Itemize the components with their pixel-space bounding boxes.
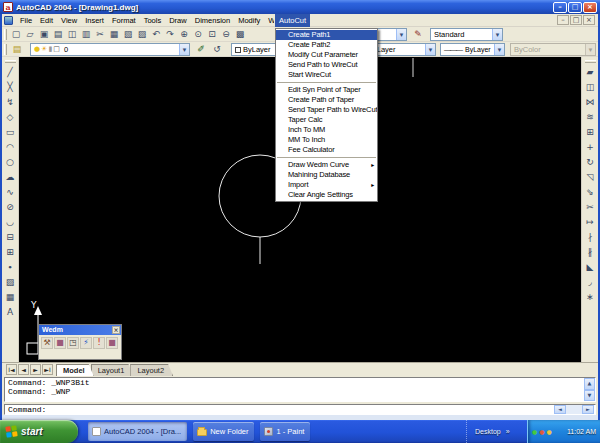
layer-properties-button[interactable]: ▤ [10, 42, 24, 56]
menu-item-send-path-to-wirecut[interactable]: Send Path to WireCut [276, 60, 377, 70]
menu-item-start-wirecut[interactable]: Start WireCut [276, 70, 377, 80]
chamfer-button[interactable]: ◣ [583, 260, 598, 275]
stretch-button[interactable]: ⇘ [583, 185, 598, 200]
plot-button[interactable]: ▤ [51, 28, 65, 42]
menu-item-mm-to-inch[interactable]: MM To Inch [276, 135, 377, 145]
polyline-button[interactable]: ↯ [3, 95, 18, 110]
zoom-realtime-button[interactable]: ⊙ [191, 28, 205, 42]
layer-combo[interactable]: ●☀▮□ 0 ▼ [30, 43, 190, 56]
menubar-item[interactable]: Dimension [191, 14, 234, 27]
menubar-item[interactable]: Format [108, 14, 140, 27]
hatch-button[interactable]: ▨ [3, 275, 18, 290]
erase-button[interactable]: ▰ [583, 65, 598, 80]
menu-item-fee-calculator[interactable]: Fee Calculator [276, 145, 377, 155]
tab-nav-button[interactable]: I◄ [6, 364, 17, 375]
arc-button[interactable]: ◠ [3, 140, 18, 155]
scroll-right-icon[interactable]: ► [582, 405, 594, 414]
wedm-palette-titlebar[interactable]: Wedm × [39, 325, 121, 335]
publish-button[interactable]: ▥ [79, 28, 93, 42]
region-button[interactable]: ▦ [3, 290, 18, 305]
command-history[interactable]: Command: _WNP3BitCommand: _WNP ▲ ▼ [4, 377, 596, 402]
taskbar-button-paint[interactable]: 1 - Paint [260, 422, 310, 441]
zoom-previous-button[interactable]: ⊖ [219, 28, 233, 42]
array-button[interactable]: ⊞ [583, 125, 598, 140]
rectangle-button[interactable]: ▭ [3, 125, 18, 140]
desktop-toolbar[interactable]: Desktop » [466, 420, 510, 443]
wedm-button-4[interactable]: ⚡ [80, 337, 92, 349]
menu-item-inch-to-mm[interactable]: Inch To MM [276, 125, 377, 135]
fillet-button[interactable]: ◞ [583, 275, 598, 290]
menu-item-send-taper-path-to-wirecut[interactable]: Send Taper Path to WireCut [276, 105, 377, 115]
taskbar-button-autocad[interactable]: AutoCAD 2004 - [Dra... [88, 422, 187, 441]
command-scrollbar[interactable]: ▲ ▼ [584, 378, 595, 401]
menubar-item[interactable]: View [57, 14, 81, 27]
scroll-up-icon[interactable]: ▲ [584, 378, 595, 390]
toolbar-grip[interactable] [5, 60, 16, 63]
menu-item-create-path2[interactable]: Create Path2 [276, 40, 377, 50]
tab-model[interactable]: Model [56, 364, 94, 376]
plot-preview-button[interactable]: ◫ [65, 28, 79, 42]
menubar-item[interactable]: File [16, 14, 36, 27]
menu-item-import[interactable]: Import ▸ [276, 180, 377, 190]
extend-button[interactable]: ↦ [583, 215, 598, 230]
menu-item-draw-wedm-curve[interactable]: Draw Wedm Curve ▸ [276, 160, 377, 170]
tab-nav-button[interactable]: ► [30, 364, 41, 375]
construction-line-button[interactable]: ╳ [3, 80, 18, 95]
polygon-button[interactable]: ◇ [3, 110, 18, 125]
restore-button[interactable]: □ [568, 2, 582, 13]
wedm-button-1[interactable]: ⚒ [41, 337, 53, 349]
menubar-item[interactable]: Tools [140, 14, 166, 27]
match-properties-button[interactable]: ▨ [135, 28, 149, 42]
mtext-button[interactable]: A [3, 305, 18, 320]
offset-button[interactable]: ≋ [583, 110, 598, 125]
layer-translate-button[interactable]: ✎ [411, 27, 425, 41]
open-button[interactable]: ▱ [23, 28, 37, 42]
copy-button[interactable]: ▦ [107, 28, 121, 42]
menu-item-create-path-of-taper[interactable]: Create Path of Taper [276, 95, 377, 105]
start-button[interactable]: start [0, 420, 78, 443]
trim-button[interactable]: ✂ [583, 200, 598, 215]
paste-button[interactable]: ▧ [121, 28, 135, 42]
break-at-point-button[interactable]: ∤ [583, 230, 598, 245]
rotate-button[interactable]: ↻ [583, 155, 598, 170]
wedm-close-button[interactable]: × [112, 326, 120, 334]
new-button[interactable]: ▢ [9, 28, 23, 42]
tab-layout2[interactable]: Layout2 [130, 364, 173, 376]
child-close-button[interactable]: × [583, 15, 595, 25]
menu-item-mahining-database[interactable]: Mahining Database [276, 170, 377, 180]
line-button[interactable]: ╱ [3, 65, 18, 80]
toolbar-grip[interactable] [4, 29, 7, 40]
menubar-item-autocut[interactable]: AutoCut [275, 14, 310, 27]
wedm-button-5[interactable]: ! [93, 337, 105, 349]
mirror-button[interactable]: ⋈ [583, 95, 598, 110]
menubar-item[interactable]: Draw [165, 14, 191, 27]
tray-icon-2[interactable]: ● [539, 429, 544, 435]
move-button[interactable]: + [583, 140, 598, 155]
tab-layout1[interactable]: Layout1 [91, 364, 134, 376]
wedm-button-3[interactable]: ◳ [67, 337, 79, 349]
wedm-button-6[interactable]: ■ [106, 337, 118, 349]
minimize-button[interactable]: – [553, 2, 567, 13]
child-minimize-button[interactable]: – [557, 15, 569, 25]
break-button[interactable]: ∦ [583, 245, 598, 260]
menubar-item[interactable]: Insert [81, 14, 108, 27]
child-restore-button[interactable]: □ [570, 15, 582, 25]
zoom-window-button[interactable]: ⊡ [205, 28, 219, 42]
save-button[interactable]: ▣ [37, 28, 51, 42]
tray-icon-1[interactable]: ● [532, 429, 537, 435]
menubar-item[interactable]: Edit [36, 14, 57, 27]
circle-button[interactable]: ○ [3, 155, 18, 170]
scroll-left-icon[interactable]: ◄ [554, 405, 566, 414]
tab-nav-button[interactable]: ◄ [18, 364, 29, 375]
chevron-icon[interactable]: » [506, 428, 510, 435]
make-block-button[interactable]: ⊞ [3, 245, 18, 260]
taskbar-button-new-folder[interactable]: New Folder [193, 422, 254, 441]
toolbar-grip[interactable] [4, 44, 7, 55]
menu-item-edit-syn-point-of-taper[interactable]: Edit Syn Point of Taper [276, 85, 377, 95]
copy-object-button[interactable]: ◫ [583, 80, 598, 95]
command-hscrollbar[interactable]: ◄ ► [554, 405, 594, 414]
close-button[interactable]: × [583, 2, 597, 13]
toolbar-grip[interactable] [585, 60, 596, 63]
menu-item-clear-angle-settings[interactable]: Clear Angle Settings [276, 190, 377, 200]
scale-button[interactable]: ◹ [583, 170, 598, 185]
